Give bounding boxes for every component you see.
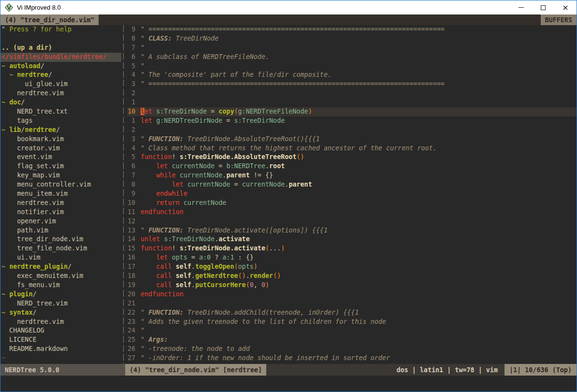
tree-row[interactable]: key_map.vim	[0, 171, 121, 180]
tree-row[interactable]: menu_controller.vim	[0, 180, 121, 189]
code-line[interactable]: 26" -treenode: the node to add	[127, 345, 577, 354]
tree-row[interactable]: event.vim	[0, 153, 121, 162]
code-line[interactable]: 3" =====================================…	[127, 80, 577, 89]
code-line[interactable]: 9" =====================================…	[127, 25, 577, 34]
code-line[interactable]: 8" CLASS: TreeDirNode	[127, 34, 577, 44]
tree-row[interactable]: ~ plugin/	[0, 290, 121, 299]
tree-row[interactable]: flag_set.vim	[0, 162, 121, 171]
title-bar[interactable]: V Vi IMproved 8.0 ×	[0, 0, 577, 15]
code-line[interactable]: 4" The 'composite' part of the file/dir …	[127, 71, 577, 80]
text-segment: render	[250, 272, 273, 279]
tree-row[interactable]: ~ autoload/	[0, 62, 121, 71]
code-line[interactable]: 19 call self.putCursorHere(0, 0)	[127, 281, 577, 290]
text-segment: creator.vim	[1, 145, 60, 152]
code-line[interactable]: 12	[127, 217, 577, 226]
tree-row[interactable]: notifier.vim	[0, 208, 121, 217]
minimize-button[interactable]	[510, 0, 532, 15]
tree-row[interactable]: README.markdown	[0, 345, 121, 354]
code-line[interactable]: 4" Class method that returns the highest…	[127, 144, 577, 153]
tree-row[interactable]: ~ nerdtree/	[0, 71, 121, 80]
tree-row[interactable]: .. (up a dir)	[0, 44, 121, 53]
text-segment: notifier.vim	[1, 208, 64, 216]
code-line[interactable]: 18 call self.getNerdtree().render()	[127, 272, 577, 281]
tree-row[interactable]: ~ doc/	[0, 98, 121, 107]
code-line[interactable]: 15function! s:TreeDirNode.activate(...)	[127, 244, 577, 253]
code-line[interactable]: 23" Adds the given treenode to the list …	[127, 318, 577, 327]
tab-tree-dir-node[interactable]: (4) "tree_dir_node.vim"	[0, 15, 99, 25]
tree-row[interactable]: ui.vim	[0, 253, 121, 262]
tree-row[interactable]: NERD_tree.txt	[0, 107, 121, 116]
code-line[interactable]: 2	[127, 126, 577, 135]
tree-row[interactable]: bookmark.vim	[0, 135, 121, 144]
text-segment: ?	[211, 254, 222, 261]
text-segment: nerdtree.vim	[1, 199, 64, 206]
line-number: 22	[127, 308, 135, 318]
code-line[interactable]: 25" Args:	[127, 335, 577, 345]
text-segment: /	[41, 62, 44, 70]
tree-row[interactable]: ui_glue.vim	[0, 80, 121, 89]
code-line[interactable]: 7 while currentNode.parent != {}	[127, 171, 577, 180]
command-line[interactable]	[0, 376, 577, 392]
code-line[interactable]: 10 return currentNode	[127, 199, 577, 208]
tree-row[interactable]: tree_dir_node.vim	[0, 235, 121, 244]
tree-row[interactable]	[0, 34, 121, 44]
text-segment: syntax	[9, 309, 32, 316]
code-line[interactable]: 6" A subclass of NERDTreeFileNode.	[127, 53, 577, 62]
code-line[interactable]: 24"	[127, 326, 577, 335]
code-line[interactable]: 1let g:NERDTreeDirNode = s:TreeDirNode	[127, 116, 577, 126]
line-number: 6	[127, 162, 135, 171]
editor-panel: 9" =====================================…	[127, 25, 577, 364]
tree-row[interactable]: CHANGELOG	[0, 326, 121, 335]
line-number: 21	[127, 299, 135, 308]
code-line[interactable]: 8 let currentNode = currentNode.parent	[127, 180, 577, 189]
vim-app-icon[interactable]: V	[5, 3, 14, 12]
tree-row[interactable]: NERD_tree.vim	[0, 299, 121, 308]
close-button[interactable]: ×	[554, 0, 577, 15]
text-segment: )	[254, 263, 258, 270]
tree-row[interactable]: ~ nerdtree_plugin/	[0, 262, 121, 272]
window-separator[interactable]	[121, 25, 127, 364]
code-line[interactable]: 21	[127, 299, 577, 308]
code-line[interactable]: 16 let opts = a:0 ? a:1 : {}	[127, 253, 577, 262]
tree-row[interactable]: LICENCE	[0, 335, 121, 345]
tree-row[interactable]: tags	[0, 116, 121, 126]
tree-row[interactable]: nerdtree.vim	[0, 318, 121, 327]
maximize-button[interactable]	[532, 0, 554, 15]
code-line[interactable]: 9 endwhile	[127, 189, 577, 199]
tree-row[interactable]: fs_menu.vim	[0, 281, 121, 290]
code-line-cursor[interactable]: 10let s:TreeDirNode = copy(g:NERDTreeFil…	[127, 107, 577, 116]
code-line[interactable]: 5function! s:TreeDirNode.AbsoluteTreeRoo…	[127, 153, 577, 162]
code-line[interactable]: 20endfunction	[127, 290, 577, 299]
line-number: 6	[127, 53, 135, 62]
tree-row[interactable]: nerdtree.vim	[0, 89, 121, 98]
tree-row-selected[interactable]: </vimfiles/bundle/nerdtree/	[0, 53, 121, 62]
tree-row[interactable]: tree_file_node.vim	[0, 244, 121, 253]
code-line[interactable]: 27" -inOrder: 1 if the new node should b…	[127, 354, 577, 363]
text-segment: function	[141, 153, 172, 160]
tree-row[interactable]: ~	[0, 354, 121, 363]
code-line[interactable]: 14unlet s:TreeDirNode.activate	[127, 235, 577, 244]
line-number: 13	[127, 226, 135, 235]
code-line[interactable]: 11endfunction	[127, 208, 577, 217]
code-line[interactable]: 2	[127, 89, 577, 98]
code-line[interactable]: 1	[127, 98, 577, 107]
tree-row[interactable]: path.vim	[0, 226, 121, 235]
separator-line	[123, 25, 124, 364]
tree-row[interactable]: creator.vim	[0, 144, 121, 153]
tree-row[interactable]: ~ syntax/	[0, 308, 121, 318]
code-line[interactable]: 5"	[127, 62, 577, 71]
tree-row[interactable]: opener.vim	[0, 217, 121, 226]
code-line[interactable]: 6 let currentNode = b:NERDTree.root	[127, 162, 577, 171]
tree-row[interactable]: " Press ? for help	[0, 25, 121, 34]
tree-row[interactable]: nerdtree.vim	[0, 199, 121, 208]
tree-row[interactable]: exec_menuitem.vim	[0, 272, 121, 281]
code-line[interactable]: 13" FUNCTION: TreeDirNode.activate([opti…	[127, 226, 577, 235]
text-segment: =	[230, 181, 242, 188]
line-number: 10	[127, 199, 135, 208]
code-line[interactable]: 7"	[127, 44, 577, 53]
code-line[interactable]: 3" FUNCTION: TreeDirNode.AbsoluteTreeRoo…	[127, 135, 577, 144]
code-line[interactable]: 22" FUNCTION: TreeDirNode.addChild(treen…	[127, 308, 577, 318]
tree-row[interactable]: ~ lib/nerdtree/	[0, 126, 121, 135]
tree-row[interactable]: menu_item.vim	[0, 189, 121, 199]
code-line[interactable]: 17 call self.toggleOpen(opts)	[127, 262, 577, 272]
